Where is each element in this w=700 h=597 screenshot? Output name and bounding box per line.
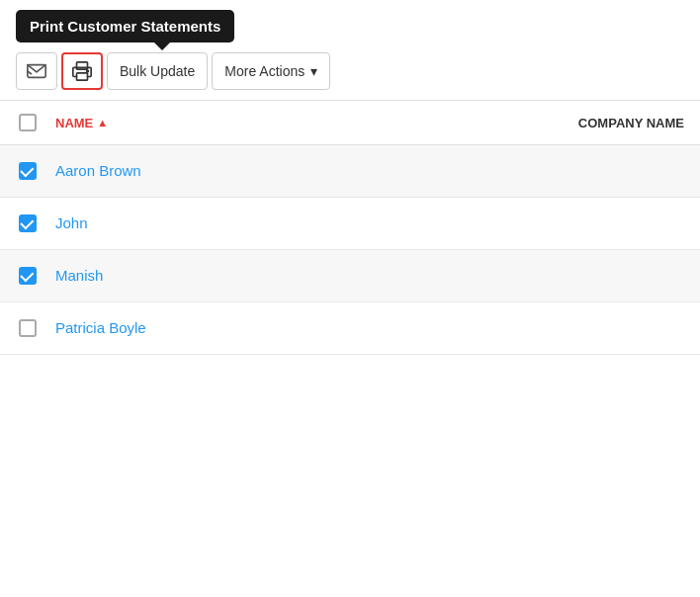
name-column-header[interactable]: NAME ▲ xyxy=(55,116,486,130)
row-name-col: Manish xyxy=(55,267,684,285)
checked-box xyxy=(19,162,37,180)
toolbar: Bulk Update More Actions ▾ xyxy=(0,43,700,101)
company-column-header: COMPANY NAME xyxy=(486,114,684,131)
tooltip-text: Print Customer Statements xyxy=(30,18,220,35)
customer-name-link[interactable]: Aaron Brown xyxy=(55,162,141,179)
bulk-update-button[interactable]: Bulk Update xyxy=(107,52,208,90)
header-checkbox-col xyxy=(16,111,55,134)
row-checkbox-3[interactable] xyxy=(16,316,40,340)
table-body: Aaron BrownJohnManishPatricia Boyle xyxy=(0,145,700,355)
row-checkbox-0[interactable] xyxy=(16,159,40,183)
email-icon xyxy=(26,60,47,82)
company-header-label: COMPANY NAME xyxy=(578,116,684,130)
table-row: John xyxy=(0,198,700,250)
checked-box xyxy=(19,214,37,232)
more-actions-label: More Actions xyxy=(224,63,305,79)
customer-name-link[interactable]: Patricia Boyle xyxy=(55,319,146,336)
row-check-col xyxy=(16,212,55,235)
unchecked-box xyxy=(19,319,37,337)
print-button[interactable] xyxy=(61,52,103,90)
tooltip: Print Customer Statements xyxy=(16,10,234,43)
unchecked-box xyxy=(19,114,37,131)
select-all-checkbox[interactable] xyxy=(16,111,40,134)
table-row: Aaron Brown xyxy=(0,145,700,198)
row-name-col: Aaron Brown xyxy=(55,162,684,180)
more-actions-button[interactable]: More Actions ▾ xyxy=(212,52,330,90)
row-check-col xyxy=(16,159,55,183)
tooltip-container: Print Customer Statements xyxy=(0,0,700,43)
table-row: Manish xyxy=(0,250,700,302)
customer-name-link[interactable]: Manish xyxy=(55,267,103,284)
checked-box xyxy=(19,267,37,285)
row-name-col: John xyxy=(55,214,684,232)
table-header: NAME ▲ COMPANY NAME xyxy=(0,101,700,145)
name-sort-label[interactable]: NAME ▲ xyxy=(55,116,486,130)
email-button[interactable] xyxy=(16,52,57,90)
svg-point-4 xyxy=(87,70,89,72)
customer-name-link[interactable]: John xyxy=(55,214,88,231)
row-check-col xyxy=(16,264,55,288)
dropdown-arrow-icon: ▾ xyxy=(310,63,317,79)
row-checkbox-2[interactable] xyxy=(16,264,40,288)
sort-asc-icon: ▲ xyxy=(97,117,108,128)
svg-rect-3 xyxy=(77,73,88,80)
row-checkbox-1[interactable] xyxy=(16,212,40,235)
bulk-update-label: Bulk Update xyxy=(120,63,195,79)
table-row: Patricia Boyle xyxy=(0,302,700,355)
print-icon xyxy=(71,60,93,82)
table: NAME ▲ COMPANY NAME Aaron BrownJohnManis… xyxy=(0,101,700,355)
row-check-col xyxy=(16,316,55,340)
row-name-col: Patricia Boyle xyxy=(55,319,684,337)
